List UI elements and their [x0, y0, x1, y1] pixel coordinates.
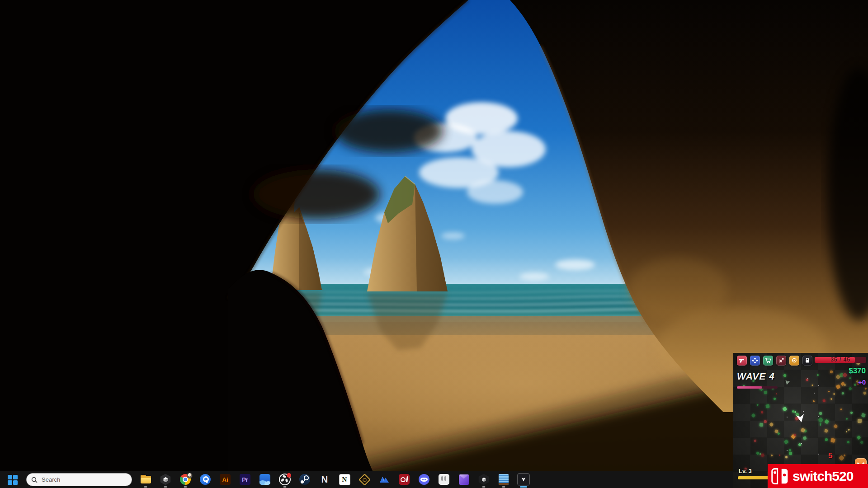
- taskbar-app-illustrator[interactable]: Ai: [219, 471, 231, 488]
- taskbar-app-steam[interactable]: [299, 471, 311, 488]
- taskbar-app-wallpaper[interactable]: [259, 471, 271, 488]
- unity-hub-icon: [478, 474, 490, 485]
- windows-logo-icon: [8, 475, 18, 485]
- unity-icon: [160, 474, 171, 485]
- purple-box-app-icon: [459, 474, 469, 485]
- wave-progress-fill: [737, 386, 762, 389]
- blue-pin-app-icon: [200, 474, 211, 485]
- discord-icon: [419, 474, 429, 485]
- wave-progress-bar: [737, 386, 778, 389]
- search-input[interactable]: [41, 476, 110, 483]
- game-window: 35 / 45 $370 +0 WAVE 4 5 Lv. 3 switc: [733, 353, 868, 488]
- wallpaper-waves-icon: [259, 474, 270, 485]
- shopping-cart-icon[interactable]: [763, 356, 773, 366]
- recording-dot-badge: [287, 473, 291, 478]
- player-ship: [796, 414, 806, 423]
- game-window-icon: [518, 474, 529, 486]
- white-dock-app-icon: [439, 474, 449, 485]
- taskbar-app-purple-box[interactable]: [458, 471, 470, 488]
- desktop: 35 / 45 $370 +0 WAVE 4 5 Lv. 3 switc: [0, 0, 868, 488]
- nintendo-switch-logo-icon: [771, 468, 789, 485]
- search-icon: [31, 477, 38, 483]
- taskbar-app-n-letter[interactable]: N: [319, 471, 330, 488]
- steam-icon: [299, 474, 310, 485]
- obs-studio-icon: [279, 474, 291, 485]
- chrome-icon: [180, 474, 191, 485]
- lamp-icon[interactable]: [789, 356, 799, 366]
- taskbar-app-notion[interactable]: N: [339, 471, 350, 488]
- game-hud: 35 / 45 $370 +0 WAVE 4 5 Lv. 3 switc: [733, 353, 868, 488]
- notepad-icon: [498, 474, 509, 485]
- illustrator-icon: Ai: [220, 474, 231, 485]
- recorder-app-icon: [399, 474, 410, 485]
- orbs-network-icon[interactable]: [750, 356, 760, 366]
- creature-icon[interactable]: [776, 356, 786, 366]
- damage-popup: 5: [828, 451, 832, 460]
- gold-diamond-app-icon: [359, 474, 370, 485]
- taskbar-app-gold-diamond[interactable]: [359, 471, 370, 488]
- file-explorer-icon: [140, 474, 151, 484]
- taskbar-app-unity-hub[interactable]: [478, 471, 490, 488]
- enemy-triangle: [784, 380, 790, 385]
- bonus-value: +0: [858, 378, 866, 386]
- taskbar-app-premiere[interactable]: Pr: [239, 471, 251, 488]
- n-letter-app-icon: N: [321, 474, 328, 485]
- taskbar-app-recorder[interactable]: [398, 471, 410, 488]
- taskbar-app-unity[interactable]: [160, 471, 171, 488]
- watermark-text: switch520: [793, 469, 853, 484]
- nordvpn-icon: [379, 474, 390, 485]
- chrome-profile-avatar: [187, 473, 193, 479]
- taskbar-app-discord[interactable]: [418, 471, 430, 488]
- health-value: 35 / 45: [815, 357, 866, 363]
- pistol-icon[interactable]: [737, 356, 747, 366]
- taskbar-app-blue-pin[interactable]: [199, 471, 211, 488]
- taskbar-app-chrome[interactable]: [179, 471, 191, 488]
- premiere-icon: Pr: [240, 474, 250, 485]
- notion-icon: N: [339, 474, 350, 485]
- level-label: Lv. 3: [739, 468, 752, 474]
- taskbar-apps: Ai Pr N N: [136, 471, 533, 488]
- taskbar-app-file-explorer[interactable]: [140, 471, 151, 488]
- padlock-icon[interactable]: [802, 356, 812, 366]
- switch520-watermark[interactable]: switch520: [768, 464, 868, 488]
- taskbar-app-white-dock[interactable]: [438, 471, 450, 488]
- taskbar-search[interactable]: [26, 473, 132, 486]
- game-toolbar: [737, 356, 812, 366]
- start-button[interactable]: [5, 472, 21, 488]
- taskbar-app-game[interactable]: [518, 471, 529, 488]
- taskbar-app-nordvpn[interactable]: [378, 471, 390, 488]
- wave-label: WAVE 4: [737, 371, 775, 382]
- money-value: $370: [849, 366, 866, 375]
- taskbar-app-obs[interactable]: [279, 471, 291, 488]
- taskbar-app-notepad[interactable]: [498, 471, 509, 488]
